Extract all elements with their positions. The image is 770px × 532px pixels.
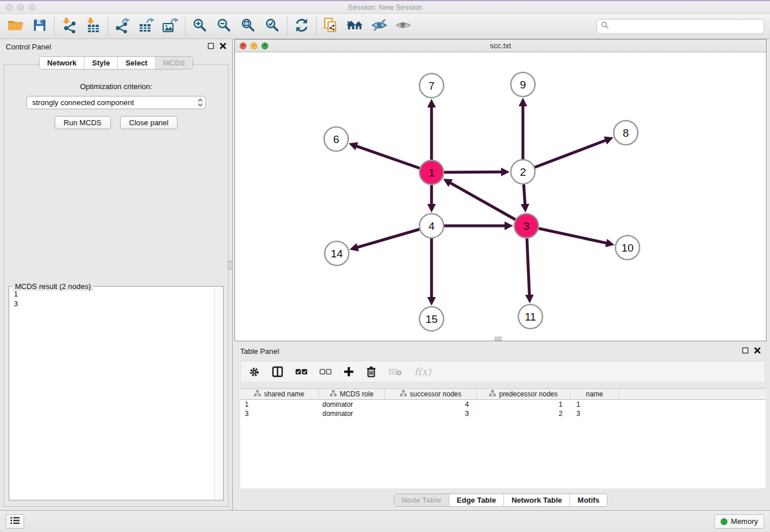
- network-view-title: scc.txt: [235, 41, 766, 50]
- tab-mcds[interactable]: MCDS: [155, 57, 192, 69]
- column-header-shared-name[interactable]: shared name: [240, 388, 319, 400]
- import-network-button[interactable]: [59, 17, 79, 36]
- close-panel-icon[interactable]: [220, 41, 226, 52]
- copy-network-icon: [323, 17, 339, 35]
- tab-network[interactable]: Network: [40, 57, 84, 69]
- delete-column-icon[interactable]: [366, 366, 376, 377]
- eye-icon: [395, 18, 411, 34]
- select-all-columns-icon[interactable]: [295, 368, 307, 375]
- edge-arrowhead-icon: [525, 295, 534, 303]
- horizontal-splitter-grip[interactable]: [495, 337, 502, 341]
- float-panel-icon[interactable]: [742, 346, 749, 356]
- tab-network-table[interactable]: Network Table: [503, 494, 569, 506]
- list-item[interactable]: 1: [14, 289, 214, 299]
- float-panel-icon[interactable]: [207, 41, 214, 52]
- zoom-selected-icon: [265, 18, 280, 34]
- toolbar-separator: [107, 17, 108, 36]
- import-table-button[interactable]: [83, 17, 103, 36]
- show-all-button[interactable]: [394, 17, 413, 36]
- table-toolbar: f(x): [240, 361, 765, 383]
- edge-arrowhead-icon: [521, 204, 529, 213]
- new-network-from-selection-button[interactable]: [321, 17, 341, 36]
- show-column-icon[interactable]: [272, 366, 283, 377]
- network-canvas[interactable]: 1234678910111415: [235, 52, 766, 341]
- list-icon: [10, 516, 20, 527]
- result-scrollbar[interactable]: [214, 287, 222, 499]
- graph-edge-3-1[interactable]: [449, 183, 526, 226]
- zoom-in-button[interactable]: [190, 17, 210, 36]
- import-table-icon: [85, 17, 101, 35]
- add-column-icon[interactable]: [344, 367, 354, 377]
- tab-style[interactable]: Style: [84, 57, 117, 69]
- control-panel: Control Panel Network Style Select MCDS …: [0, 39, 233, 510]
- graph-node-label: 7: [429, 80, 435, 92]
- table-panel-title: Table Panel: [240, 347, 742, 356]
- save-session-button[interactable]: [30, 17, 49, 36]
- graph-node-label: 4: [429, 220, 435, 232]
- tab-select[interactable]: Select: [117, 57, 155, 69]
- export-network-button[interactable]: [113, 17, 132, 36]
- export-table-icon: [138, 17, 155, 35]
- edge-arrowhead-icon: [428, 99, 436, 107]
- memory-button[interactable]: Memory: [714, 514, 764, 529]
- vertical-splitter-grip[interactable]: [228, 261, 233, 269]
- column-header-mcds-role[interactable]: MCDS role: [319, 388, 385, 400]
- table-row[interactable]: 3 dominator 3 2 3: [240, 409, 765, 418]
- mcds-result-box: MCDS result (2 nodes) 1 3: [9, 286, 224, 500]
- table-panel: Table Panel: [234, 344, 767, 511]
- import-network-icon: [61, 17, 77, 35]
- tab-node-table[interactable]: Node Table: [394, 494, 449, 506]
- delete-table-icon: [388, 368, 402, 376]
- search-field[interactable]: [596, 19, 764, 34]
- toolbar-separator: [316, 17, 317, 36]
- apply-layout-button[interactable]: [292, 17, 311, 36]
- edge-arrowhead-icon: [428, 297, 436, 306]
- mcds-result-list[interactable]: 1 3: [10, 287, 214, 499]
- search-icon: [601, 21, 609, 32]
- first-neighbors-button[interactable]: [345, 17, 365, 36]
- task-history-button[interactable]: [6, 514, 24, 529]
- export-table-button[interactable]: [137, 17, 156, 36]
- houses-icon: [346, 18, 364, 34]
- edge-arrowhead-icon: [605, 239, 614, 248]
- graph-edge-2-8[interactable]: [523, 140, 606, 172]
- hide-selected-button[interactable]: [369, 17, 389, 36]
- node-table: shared name MCDS role successor nodes pr…: [240, 388, 765, 488]
- memory-label: Memory: [731, 517, 758, 526]
- edge-arrowhead-icon: [501, 168, 510, 176]
- column-header-successor-nodes[interactable]: successor nodes: [385, 388, 477, 400]
- graph-node-label: 2: [520, 166, 526, 178]
- unselect-all-columns-icon[interactable]: [319, 368, 332, 375]
- zoom-selected-button[interactable]: [263, 17, 282, 36]
- edge-arrowhead-icon: [349, 142, 359, 150]
- table-row[interactable]: 1 dominator 4 1 1: [240, 400, 765, 409]
- toolbar-separator: [287, 17, 287, 36]
- search-input[interactable]: [611, 20, 764, 33]
- column-header-name[interactable]: name: [571, 388, 619, 400]
- mcds-panel: Optimization criterion: strongly connect…: [3, 64, 229, 507]
- graph-node-label: 14: [330, 248, 343, 260]
- open-file-button[interactable]: [6, 17, 25, 36]
- control-panel-title: Control Panel: [6, 43, 207, 51]
- close-panel-icon[interactable]: [754, 346, 761, 356]
- network-view-window: scc.txt 1234678910111415: [234, 39, 767, 341]
- close-panel-button[interactable]: Close panel: [120, 116, 178, 129]
- column-header-predecessor-nodes[interactable]: predecessor nodes: [477, 388, 571, 400]
- zoom-fit-button[interactable]: [238, 17, 258, 36]
- eye-slash-icon: [371, 18, 387, 34]
- optimization-criterion-select[interactable]: strongly connected component: [26, 96, 206, 109]
- refresh-icon: [294, 18, 309, 34]
- tab-motifs[interactable]: Motifs: [569, 494, 607, 506]
- list-item[interactable]: 3: [14, 299, 214, 309]
- app-titlebar: Session: New Session: [0, 1, 770, 14]
- graph-node-label: 9: [520, 79, 526, 91]
- export-image-button[interactable]: [161, 17, 180, 36]
- zoom-out-button[interactable]: [214, 17, 234, 36]
- tab-edge-table[interactable]: Edge Table: [449, 494, 503, 506]
- network-window-titlebar[interactable]: scc.txt: [235, 40, 766, 52]
- export-network-icon: [114, 17, 130, 35]
- sort-hierarchy-icon: [330, 390, 337, 398]
- edge-arrowhead-icon: [428, 204, 436, 213]
- gear-icon[interactable]: [249, 367, 260, 377]
- run-mcds-button[interactable]: Run MCDS: [55, 116, 111, 129]
